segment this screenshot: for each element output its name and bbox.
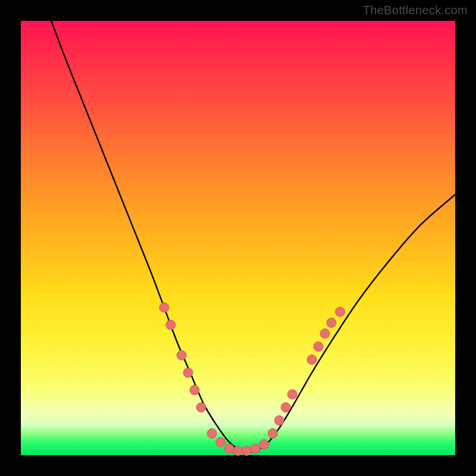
- marker-left-cluster-b: [177, 350, 186, 360]
- bottleneck-curve: [51, 21, 455, 452]
- marker-right-up-c: [281, 403, 290, 412]
- marker-left-cluster-start: [159, 303, 169, 312]
- marker-right-up-a: [268, 429, 277, 439]
- marker-right-cluster-a: [314, 342, 323, 352]
- marker-left-cluster-c: [183, 368, 193, 377]
- curve-svg: [21, 21, 455, 455]
- marker-right-cluster-c: [327, 318, 336, 327]
- marker-right-cluster-top: [336, 307, 345, 317]
- watermark-text: TheBottleneck.com: [363, 4, 468, 17]
- marker-floor-e: [242, 446, 252, 456]
- marker-left-cluster-a: [166, 320, 176, 330]
- marker-left-cluster-e: [196, 403, 206, 412]
- marker-floor-b: [216, 437, 226, 447]
- marker-floor-f: [250, 444, 260, 453]
- data-markers: [159, 303, 345, 456]
- chart-frame: TheBottleneck.com: [0, 0, 476, 476]
- marker-right-cluster-b: [320, 329, 330, 339]
- marker-right-gap-a: [307, 355, 317, 364]
- marker-floor-c: [224, 444, 234, 453]
- plot-area: [21, 21, 455, 455]
- marker-left-cluster-d: [190, 386, 199, 395]
- marker-floor-d: [233, 446, 243, 456]
- marker-floor-g: [259, 440, 269, 449]
- marker-right-up-b: [274, 416, 284, 425]
- marker-right-up-d: [287, 390, 297, 399]
- marker-floor-a: [207, 429, 217, 439]
